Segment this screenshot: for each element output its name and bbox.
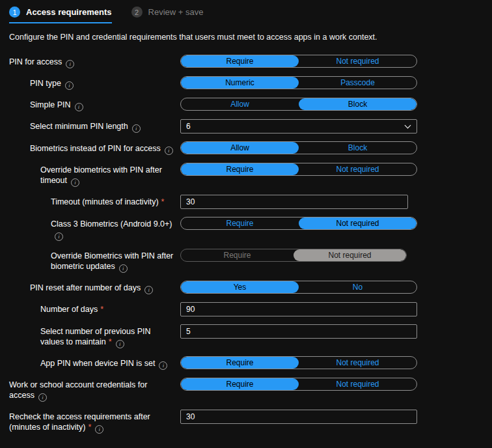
- label-text: Simple PIN: [30, 100, 71, 109]
- label-text: Select number of previous PIN values to …: [40, 327, 151, 346]
- row-class3-biometrics: Class 3 Biometrics (Android 9.0+)i Requi…: [9, 217, 483, 241]
- field-label: PIN reset after number of daysi: [9, 281, 180, 294]
- override-biometric-updates-toggle: Require Not required: [180, 249, 407, 262]
- label-text: PIN for access: [9, 57, 62, 66]
- toggle-option[interactable]: Require: [181, 55, 299, 67]
- info-icon[interactable]: i: [132, 124, 141, 133]
- label-text: Select minimum PIN length: [30, 122, 128, 131]
- row-timeout-minutes: Timeout (minutes of inactivity)*: [9, 195, 483, 209]
- wizard-steps: 1 Access requirements 2 Review + save: [9, 7, 483, 23]
- step-label: Access requirements: [26, 7, 112, 17]
- field-label: Number of days*: [9, 302, 180, 315]
- field-label: Select number of previous PIN values to …: [9, 324, 180, 348]
- step-number-badge: 2: [131, 7, 143, 18]
- info-icon[interactable]: i: [95, 425, 103, 434]
- recheck-requirements-input[interactable]: [180, 410, 417, 424]
- simple-pin-toggle: Allow Block: [180, 98, 417, 111]
- label-text: Biometrics instead of PIN for access: [30, 144, 161, 153]
- label-text: PIN type: [30, 79, 61, 88]
- label-text: Override Biometrics with PIN after biome…: [51, 251, 173, 271]
- field-label: App PIN when device PIN is seti: [9, 356, 180, 370]
- toggle-option[interactable]: Numeric: [181, 77, 299, 89]
- toggle-option[interactable]: Not required: [299, 217, 417, 229]
- info-icon[interactable]: i: [71, 178, 79, 187]
- step-label: Review + save: [148, 7, 204, 17]
- access-requirements-page: 1 Access requirements 2 Review + save Co…: [0, 0, 492, 448]
- label-text: PIN reset after number of days: [30, 283, 141, 292]
- info-icon[interactable]: i: [165, 147, 173, 155]
- previous-pin-values-input[interactable]: [180, 324, 417, 339]
- min-pin-length-select[interactable]: 6: [180, 119, 417, 133]
- required-marker: *: [88, 423, 91, 432]
- override-biometrics-timeout-toggle: Require Not required: [180, 163, 417, 176]
- row-pin-type: PIN typei Numeric Passcode: [9, 76, 483, 90]
- label-text: Timeout (minutes of inactivity): [51, 197, 159, 206]
- field-label: Recheck the access requirements after (m…: [9, 410, 180, 434]
- toggle-option[interactable]: No: [299, 281, 417, 293]
- required-marker: *: [109, 337, 112, 346]
- toggle-option[interactable]: Not required: [299, 163, 417, 175]
- label-text: App PIN when device PIN is set: [40, 359, 155, 368]
- info-icon[interactable]: i: [119, 264, 128, 273]
- row-min-pin-length: Select minimum PIN lengthi 6: [9, 119, 483, 133]
- field-label: Select minimum PIN lengthi: [9, 119, 180, 133]
- class3-biometrics-toggle: Require Not required: [180, 217, 417, 230]
- toggle-option[interactable]: Require: [181, 217, 299, 229]
- label-text: Recheck the access requirements after (m…: [9, 412, 150, 432]
- page-description: Configure the PIN and credential require…: [9, 33, 483, 42]
- info-icon[interactable]: i: [66, 60, 74, 68]
- required-marker: *: [161, 197, 165, 206]
- select-value: 6: [186, 122, 191, 131]
- field-label: PIN for accessi: [9, 55, 180, 68]
- info-icon[interactable]: i: [65, 81, 74, 90]
- toggle-option: Not required: [294, 249, 406, 261]
- pin-for-access-toggle: Require Not required: [180, 55, 417, 68]
- label-text: Number of days: [40, 305, 98, 314]
- toggle-option[interactable]: Not required: [299, 378, 417, 390]
- row-work-school-credentials: Work or school account credentials for a…: [9, 378, 483, 402]
- timeout-minutes-input[interactable]: [180, 195, 408, 209]
- row-override-biometrics-timeout: Override biometrics with PIN after timeo…: [9, 163, 483, 187]
- info-icon[interactable]: i: [144, 286, 153, 294]
- toggle-option[interactable]: Require: [181, 357, 299, 369]
- step-access-requirements[interactable]: 1 Access requirements: [9, 7, 112, 23]
- toggle-option: Require: [181, 249, 294, 261]
- info-icon[interactable]: i: [55, 232, 63, 241]
- toggle-option[interactable]: Yes: [181, 281, 299, 293]
- toggle-option[interactable]: Allow: [181, 98, 299, 110]
- row-simple-pin: Simple PINi Allow Block: [9, 98, 483, 111]
- row-previous-pin-values: Select number of previous PIN values to …: [9, 324, 483, 348]
- row-override-biometric-updates: Override Biometrics with PIN after biome…: [9, 249, 483, 273]
- settings-form: PIN for accessi Require Not required PIN…: [9, 55, 483, 434]
- field-label: Override biometrics with PIN after timeo…: [9, 163, 180, 187]
- row-recheck-requirements: Recheck the access requirements after (m…: [9, 410, 483, 434]
- field-label: PIN typei: [9, 76, 180, 90]
- field-label: Timeout (minutes of inactivity)*: [9, 195, 180, 207]
- biometrics-instead-toggle: Allow Block: [180, 141, 417, 154]
- row-number-of-days: Number of days*: [9, 302, 483, 316]
- field-label: Simple PINi: [9, 98, 180, 111]
- label-text: Class 3 Biometrics (Android 9.0+): [51, 219, 172, 229]
- info-icon[interactable]: i: [75, 103, 83, 111]
- toggle-option[interactable]: Block: [299, 142, 417, 154]
- label-text: Override biometrics with PIN after timeo…: [40, 165, 162, 185]
- step-review-save[interactable]: 2 Review + save: [131, 7, 204, 23]
- field-label: Override Biometrics with PIN after biome…: [9, 249, 180, 273]
- toggle-option[interactable]: Block: [299, 98, 417, 110]
- toggle-option[interactable]: Require: [181, 378, 299, 390]
- field-label: Biometrics instead of PIN for accessi: [9, 141, 180, 155]
- toggle-option[interactable]: Passcode: [299, 77, 417, 89]
- chevron-down-icon: [405, 122, 411, 128]
- toggle-option[interactable]: Not required: [299, 55, 417, 67]
- field-label: Class 3 Biometrics (Android 9.0+)i: [9, 217, 180, 241]
- toggle-option[interactable]: Allow: [181, 142, 299, 154]
- pin-type-toggle: Numeric Passcode: [180, 76, 417, 89]
- step-number-badge: 1: [9, 7, 20, 18]
- info-icon[interactable]: i: [38, 393, 47, 402]
- toggle-option[interactable]: Require: [181, 163, 299, 175]
- info-icon[interactable]: i: [116, 340, 124, 348]
- number-of-days-input[interactable]: [180, 302, 417, 316]
- info-icon[interactable]: i: [159, 361, 167, 370]
- row-pin-reset: PIN reset after number of daysi Yes No: [9, 281, 483, 294]
- toggle-option[interactable]: Not required: [299, 357, 417, 369]
